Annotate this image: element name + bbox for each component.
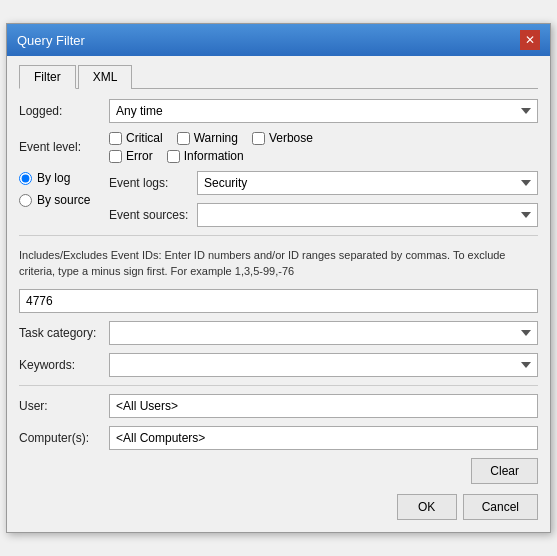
- divider2: [19, 385, 538, 386]
- user-label: User:: [19, 399, 109, 413]
- hint-text: Includes/Excludes Event IDs: Enter ID nu…: [19, 244, 538, 283]
- information-checkbox[interactable]: [167, 150, 180, 163]
- task-category-control: [109, 321, 538, 345]
- title-bar: Query Filter ✕: [7, 24, 550, 56]
- task-category-row: Task category:: [19, 321, 538, 345]
- radio-fields: Event logs: Security Application System …: [109, 171, 538, 227]
- clear-button[interactable]: Clear: [471, 458, 538, 484]
- log-source-section: By log By source Event logs: Security Ap…: [19, 171, 538, 227]
- divider1: [19, 235, 538, 236]
- user-input[interactable]: [109, 394, 538, 418]
- keywords-label: Keywords:: [19, 358, 109, 372]
- event-id-input[interactable]: [19, 289, 538, 313]
- tab-xml[interactable]: XML: [78, 65, 133, 89]
- event-sources-label: Event sources:: [109, 208, 189, 222]
- task-category-dropdown[interactable]: [109, 321, 538, 345]
- event-logs-label: Event logs:: [109, 176, 189, 190]
- bysource-radio[interactable]: [19, 194, 32, 207]
- bylog-radio[interactable]: [19, 172, 32, 185]
- event-sources-row: Event sources:: [109, 203, 538, 227]
- cancel-button[interactable]: Cancel: [463, 494, 538, 520]
- event-level-row: Event level: Critical Warning Verbose: [19, 131, 538, 163]
- verbose-checkbox[interactable]: [252, 132, 265, 145]
- event-sources-dropdown[interactable]: [197, 203, 538, 227]
- user-row: User:: [19, 394, 538, 418]
- event-logs-row: Event logs: Security Application System …: [109, 171, 538, 195]
- error-checkbox[interactable]: [109, 150, 122, 163]
- tab-filter[interactable]: Filter: [19, 65, 76, 89]
- computer-label: Computer(s):: [19, 431, 109, 445]
- checkbox-verbose[interactable]: Verbose: [252, 131, 313, 145]
- computer-input[interactable]: [109, 426, 538, 450]
- event-level-label: Event level:: [19, 140, 109, 154]
- logged-row: Logged: Any time Last hour Last 12 hours…: [19, 99, 538, 123]
- query-filter-dialog: Query Filter ✕ Filter XML Logged: Any ti…: [6, 23, 551, 533]
- computer-control: [109, 426, 538, 450]
- task-category-label: Task category:: [19, 326, 109, 340]
- logged-label: Logged:: [19, 104, 109, 118]
- warning-checkbox[interactable]: [177, 132, 190, 145]
- keywords-row: Keywords:: [19, 353, 538, 377]
- event-logs-dropdown[interactable]: Security Application System Setup Forwar…: [197, 171, 538, 195]
- checkbox-critical[interactable]: Critical: [109, 131, 163, 145]
- ok-cancel-row: OK Cancel: [19, 494, 538, 520]
- checkbox-warning[interactable]: Warning: [177, 131, 238, 145]
- dialog-title: Query Filter: [17, 33, 85, 48]
- critical-checkbox[interactable]: [109, 132, 122, 145]
- dialog-body: Filter XML Logged: Any time Last hour La…: [7, 56, 550, 532]
- logged-control: Any time Last hour Last 12 hours Last 24…: [109, 99, 538, 123]
- checkbox-error[interactable]: Error: [109, 149, 153, 163]
- bylog-radio-label[interactable]: By log: [19, 171, 109, 185]
- close-button[interactable]: ✕: [520, 30, 540, 50]
- radio-column: By log By source: [19, 171, 109, 227]
- ok-button[interactable]: OK: [397, 494, 457, 520]
- logged-dropdown[interactable]: Any time Last hour Last 12 hours Last 24…: [109, 99, 538, 123]
- event-id-row: [19, 289, 538, 313]
- computer-row: Computer(s):: [19, 426, 538, 450]
- clear-row: Clear: [19, 458, 538, 484]
- checkbox-information[interactable]: Information: [167, 149, 244, 163]
- user-control: [109, 394, 538, 418]
- bysource-radio-label[interactable]: By source: [19, 193, 109, 207]
- tab-bar: Filter XML: [19, 64, 538, 89]
- keywords-dropdown[interactable]: [109, 353, 538, 377]
- keywords-control: [109, 353, 538, 377]
